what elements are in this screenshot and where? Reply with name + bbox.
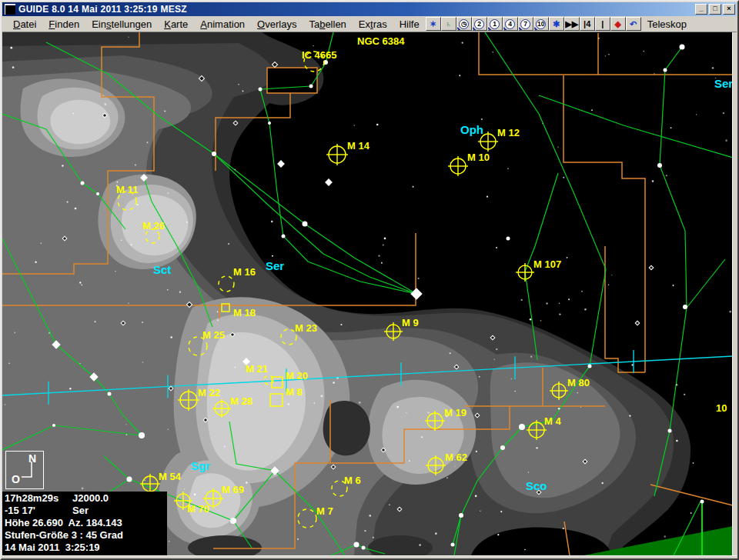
star <box>282 235 286 238</box>
object-label: M 7 <box>316 505 333 517</box>
object-label: M 6 <box>344 475 361 486</box>
star-x-icon: ✱ <box>553 18 560 28</box>
star <box>657 163 662 168</box>
catalog-label: 10 <box>716 402 727 414</box>
object-label: M 9 <box>402 317 419 328</box>
object-label: M 26 <box>142 220 165 232</box>
star <box>81 182 85 185</box>
bottom-border <box>2 555 737 558</box>
menu-animation[interactable]: Animation <box>194 17 251 32</box>
menu-hilfe[interactable]: Hilfe <box>393 17 426 32</box>
step-forward-button[interactable]: ▶▶ <box>564 17 580 31</box>
star <box>230 518 236 524</box>
fov-4-button[interactable]: 4 <box>503 17 518 31</box>
object-label: M 22 <box>198 387 220 398</box>
star-x-button[interactable]: ✱ <box>549 17 564 31</box>
menu-datei[interactable]: Datei <box>7 17 42 32</box>
right-border <box>732 32 737 555</box>
star <box>259 88 262 92</box>
fov-2-icon: 2 <box>474 19 484 29</box>
star <box>108 392 112 396</box>
star <box>96 192 99 195</box>
pause-button[interactable]: | <box>595 17 610 31</box>
star <box>451 543 455 547</box>
object-label: M 12 <box>497 127 520 138</box>
star <box>680 45 685 50</box>
app-starfield-icon <box>5 4 15 15</box>
compass-east-label: O <box>12 473 20 485</box>
constellation-label-sct: Sct <box>153 263 171 276</box>
menu-overlays[interactable]: Overlays <box>251 17 303 32</box>
minimize-button[interactable]: _ <box>695 4 707 15</box>
constellation-label-sgr: Sgr <box>191 459 210 472</box>
catalog-label: NGC 6384 <box>357 35 405 47</box>
menu-tabellen[interactable]: Tabellen <box>303 17 352 32</box>
menu-finden[interactable]: Finden <box>42 17 85 32</box>
compass-north-label: N <box>28 452 36 465</box>
object-label: M 25 <box>202 329 225 341</box>
star <box>268 122 271 125</box>
star <box>52 424 55 427</box>
object-label: M 80 <box>567 377 590 388</box>
frame-14-icon: |4 <box>584 19 590 28</box>
object-label: M 4 <box>544 415 561 427</box>
target-button[interactable]: ◈ <box>610 17 626 31</box>
fov-10-button[interactable]: 10 <box>533 17 549 31</box>
constellation-label-ser: Ser <box>714 77 733 90</box>
star <box>668 429 672 433</box>
undo-button[interactable]: ↶ <box>626 17 641 31</box>
close-button[interactable]: × <box>723 4 735 15</box>
status-row-1: -15 17'Ser <box>5 505 164 517</box>
starhop-button[interactable]: ✶ <box>426 17 441 31</box>
fov-7-button[interactable]: 7 <box>518 17 533 31</box>
object-label: M 14 <box>347 140 370 152</box>
star <box>212 152 216 156</box>
object-label: M 107 <box>533 258 561 270</box>
object-label: M 8 <box>286 386 303 398</box>
status-row-3: Stufen-Größe 3 : 45 Grad <box>5 529 164 542</box>
frame-14-button[interactable]: |4 <box>580 17 595 31</box>
title-bar[interactable]: GUIDE 8.0 14 Mai 2011 3:25:19 MESZ _ □ × <box>2 2 737 16</box>
target-icon: ◈ <box>614 18 620 28</box>
fov-7-icon: 7 <box>520 19 530 29</box>
menu-extras[interactable]: Extras <box>353 17 393 32</box>
object-label: M 28 <box>230 395 252 407</box>
object-label: M 23 <box>295 322 317 334</box>
status-panel: 17h28m29sJ2000.0-15 17'SerHöhe 26.690 Az… <box>2 492 167 555</box>
fov-clock-button[interactable]: ◷ <box>456 17 472 31</box>
object-label: M 70 <box>187 503 209 515</box>
fov-10-icon: 10 <box>536 19 546 29</box>
pause-icon: | <box>601 19 604 28</box>
fov-1-icon: 1 <box>490 19 500 29</box>
status-row-0: 17h28m29sJ2000.0 <box>5 492 164 505</box>
fov-1-button[interactable]: 1 <box>487 17 503 31</box>
star <box>588 365 592 368</box>
object-label: M 20 <box>286 370 308 382</box>
status-row-2: Höhe 26.690 Az. 184.143 <box>5 517 164 529</box>
star <box>500 445 505 450</box>
object-label: M 18 <box>233 307 256 318</box>
menu-einstellungen[interactable]: Einstellungen <box>85 17 158 32</box>
object-label: M 11 <box>116 184 138 195</box>
object-label: M 62 <box>445 452 467 463</box>
star <box>459 513 463 518</box>
star <box>303 222 308 227</box>
object-label: M 21 <box>246 363 268 375</box>
fov-2-button[interactable]: 2 <box>472 17 487 31</box>
sky-map[interactable]: M 14M 12M 10M 107M 9M 80M 4M 19M 62M 22M… <box>2 32 733 555</box>
teleskop-menu[interactable]: Teleskop <box>647 18 687 30</box>
step-forward-icon: ▶▶ <box>565 18 578 28</box>
constellation-label-sco: Sco <box>526 479 547 492</box>
object-label: IC 4665 <box>302 49 337 61</box>
status-row-4: 14 Mai 2011 3:25:19 <box>5 542 164 554</box>
constellation-label-oph: Oph <box>460 123 483 136</box>
maximize-button[interactable]: □ <box>709 4 721 15</box>
star <box>127 477 132 482</box>
object-label: M 19 <box>444 407 466 418</box>
starhop-icon: ✶ <box>430 18 436 28</box>
star <box>309 85 313 88</box>
undo-icon: ↶ <box>630 18 637 28</box>
planets-button[interactable]: ♄ <box>441 17 456 31</box>
object-label: M 54 <box>159 471 182 482</box>
menu-karte[interactable]: Karte <box>158 17 194 32</box>
